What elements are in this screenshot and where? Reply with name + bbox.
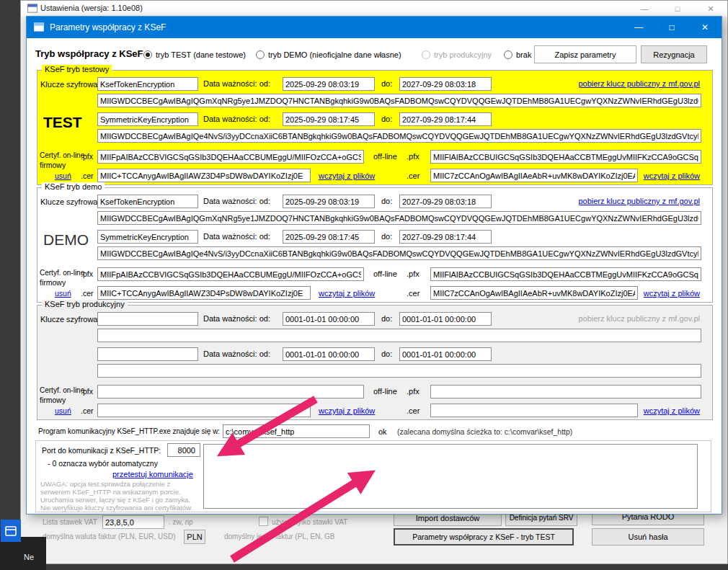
dialog-maximize-button[interactable]: □ — [655, 17, 688, 38]
key2-value-input[interactable] — [97, 246, 701, 260]
key1-value-input[interactable] — [97, 211, 701, 225]
dialog-close-button[interactable]: ✕ — [688, 17, 722, 38]
mode-radio-demo-label: tryb DEMO (nieoficjalne dane własne) — [268, 50, 401, 59]
default-path-hint: (zalecana domyślna ścieżka to: c:\comvar… — [397, 427, 572, 436]
key1-valid-from-input[interactable] — [283, 312, 375, 326]
dialog-title: Parametry współpracy z KSeF — [50, 22, 166, 32]
mode-radio-test-label: tryb TEST (dane testowe) — [156, 50, 246, 59]
currency-value-button[interactable]: PLN — [184, 530, 205, 544]
key2-name-input[interactable] — [97, 112, 198, 126]
key1-valid-to-input[interactable] — [399, 312, 492, 326]
mode-radio-none[interactable] — [504, 50, 512, 59]
vat-only-checkbox[interactable] — [259, 517, 268, 526]
cer-offline-input[interactable] — [430, 286, 638, 300]
key2-valid-from-input[interactable] — [283, 230, 375, 244]
key2-valid-to-input[interactable] — [399, 112, 492, 126]
cer-online-input[interactable] — [97, 286, 311, 300]
cer-offline-input[interactable] — [430, 404, 638, 417]
download-public-key-link[interactable]: pobierz klucz publiczny z mf.gov.pl — [578, 314, 700, 323]
pfx-online-input[interactable] — [97, 267, 364, 281]
pfx-online-input[interactable] — [97, 385, 364, 398]
remove-cert-link[interactable]: usuń — [55, 172, 71, 180]
key1-name-input[interactable] — [97, 195, 198, 208]
dialog-titlebar: Parametry współpracy z KSeF — □ ✕ — [27, 17, 722, 38]
default-currency-label: domyślna waluta faktur (PLN, EUR, USD) — [43, 533, 176, 540]
offline-label: off-line — [373, 387, 397, 396]
group-title: KSeF tryb demo — [42, 182, 105, 191]
mode-radio-test[interactable] — [143, 50, 152, 59]
taskbar-app-icon[interactable] — [1, 520, 21, 542]
mode-radio-test-item: tryb TEST (dane testowe) — [143, 49, 246, 60]
cer-label: .cer — [81, 289, 94, 298]
mode-radio-demo-item: tryb DEMO (nieoficjalne dane własne) — [256, 49, 401, 60]
ksef-parameters-button[interactable]: Parametry współpracy z KSeF - tryb TEST — [394, 528, 574, 545]
cancel-button[interactable]: Rezygnacja — [641, 45, 707, 63]
remove-cert-link[interactable]: usuń — [55, 406, 71, 415]
key2-valid-from-input[interactable] — [283, 347, 375, 361]
load-from-files-link-online[interactable]: wczytaj z plików — [319, 172, 375, 180]
group-title: KSeF tryb testowy — [42, 65, 112, 74]
pfx-label: .pfx — [407, 270, 420, 278]
dialog-minimize-button[interactable]: — — [622, 17, 655, 38]
cer-label: .cer — [407, 289, 420, 298]
cert-online-label: Certyf. on-line — [40, 269, 84, 277]
load-from-files-link-offline[interactable]: wczytaj z plików — [644, 172, 700, 180]
key2-valid-from-input[interactable] — [283, 112, 375, 126]
key1-value-input[interactable] — [97, 329, 701, 342]
validity-to-label: do: — [381, 314, 392, 323]
cer-online-input[interactable] — [97, 404, 311, 417]
vat-list-input[interactable] — [102, 515, 164, 529]
default-language-label: domyślny język faktur (PL, EN, GB — [224, 533, 334, 540]
pfx-online-input[interactable] — [97, 150, 364, 164]
outer-maximize-button[interactable]: □ — [661, 1, 694, 17]
pfx-offline-input[interactable] — [430, 267, 701, 281]
key1-valid-to-input[interactable] — [399, 195, 492, 208]
key2-valid-to-input[interactable] — [399, 347, 492, 361]
download-public-key-link[interactable]: pobierz klucz publiczny z mf.gov.pl — [578, 197, 700, 205]
save-parameters-button[interactable]: Zapisz parametry — [534, 45, 636, 63]
load-from-files-link-online[interactable]: wczytaj z plików — [319, 289, 375, 298]
pfx-label: .pfx — [81, 152, 93, 161]
ksef-dialog: Parametry współpracy z KSeF — □ ✕ Tryb w… — [26, 16, 722, 515]
port-input[interactable] — [167, 443, 200, 457]
key1-name-input[interactable] — [97, 77, 198, 91]
remove-cert-link[interactable]: usuń — [55, 289, 71, 298]
outer-close-button[interactable]: ✕ — [694, 1, 727, 17]
pfx-offline-input[interactable] — [430, 385, 701, 398]
validity-from-label: Data ważności: od: — [203, 314, 270, 323]
warning-line: UWAGA: opcja test sprawdza połączenie z — [40, 480, 203, 488]
company-label: firmowy — [40, 161, 66, 169]
key2-name-input[interactable] — [97, 347, 198, 361]
program-path-input[interactable] — [223, 424, 370, 438]
key2-value-input[interactable] — [97, 364, 701, 378]
app-icon — [27, 3, 38, 14]
delete-passwords-button[interactable]: Usuń hasła — [592, 528, 704, 545]
load-from-files-link-offline[interactable]: wczytaj z plików — [644, 289, 700, 298]
mode-radio-prod[interactable] — [422, 50, 430, 59]
key1-value-input[interactable] — [97, 94, 701, 107]
key1-valid-to-input[interactable] — [399, 77, 492, 91]
outer-titlebar: Ustawienia (wersja: 1.10e08) — □ ✕ — [21, 1, 727, 17]
load-from-files-link-offline[interactable]: wczytaj z plików — [644, 406, 700, 415]
cer-offline-input[interactable] — [430, 169, 638, 182]
key2-name-input[interactable] — [97, 230, 198, 244]
pfx-offline-input[interactable] — [430, 150, 701, 164]
mode-radio-none-item: brak — [504, 49, 531, 60]
cer-online-input[interactable] — [97, 169, 311, 182]
company-label: firmowy — [40, 396, 66, 404]
communication-log-textarea[interactable] — [203, 444, 698, 509]
key2-value-input[interactable] — [97, 129, 701, 143]
taskbar-app-label: Ne — [24, 553, 34, 561]
download-public-key-link[interactable]: pobierz klucz publiczny z mf.gov.pl — [578, 79, 700, 88]
load-from-files-link-online[interactable]: wczytaj z plików — [319, 406, 375, 415]
outer-minimize-button[interactable]: — — [628, 1, 661, 17]
validity-to-label: do: — [381, 115, 392, 123]
mode-radio-demo[interactable] — [256, 50, 265, 59]
validity-from-label: Data ważności: od: — [203, 115, 270, 123]
key1-name-input[interactable] — [97, 312, 198, 326]
ksef-group: KSeF tryb produkcyjny Klucze szyfrowania… — [37, 305, 713, 420]
key2-valid-to-input[interactable] — [399, 230, 492, 244]
key1-valid-from-input[interactable] — [283, 195, 375, 208]
test-communication-link[interactable]: przetestuj komunikacje — [112, 470, 193, 478]
key1-valid-from-input[interactable] — [283, 77, 375, 91]
